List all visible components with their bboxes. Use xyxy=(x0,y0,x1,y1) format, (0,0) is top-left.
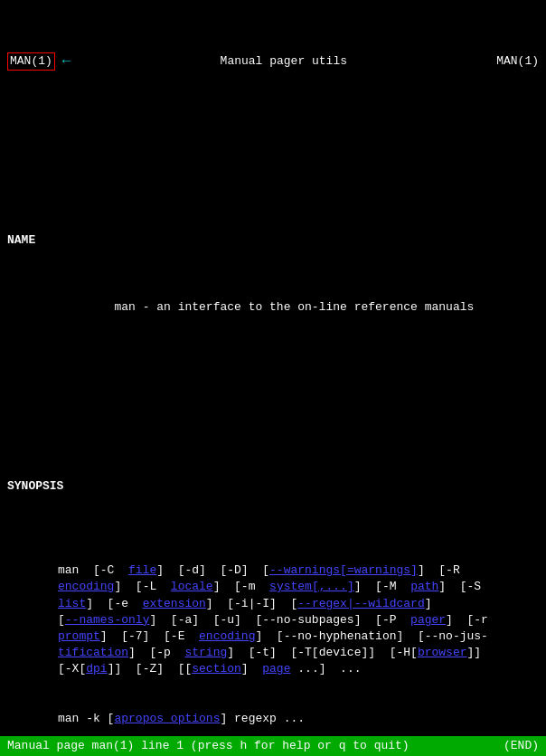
name-header: NAME xyxy=(7,232,539,249)
main-content: MAN(1) ← Manual pager utils MAN(1) NAME … xyxy=(0,0,546,756)
header-center-title: Manual pager utils xyxy=(71,53,496,70)
link-tification[interactable]: tification xyxy=(58,646,128,659)
link-section-1[interactable]: section xyxy=(192,662,241,676)
link-pager-1[interactable]: pager xyxy=(410,613,446,627)
link-dpi-1[interactable]: dpi xyxy=(86,662,107,676)
name-text: man - an interface to the on-line refere… xyxy=(114,300,474,314)
link-file-1[interactable]: file xyxy=(128,563,156,577)
synopsis-section: SYNOPSIS man [-C file] [-d] [-D] [--warn… xyxy=(7,439,539,756)
header-line: MAN(1) ← Manual pager utils MAN(1) xyxy=(0,50,546,73)
name-content: man - an interface to the on-line refere… xyxy=(58,283,539,333)
link-regex-wildcard[interactable]: --regex|--wildcard xyxy=(297,597,424,610)
man-title-right: MAN(1) xyxy=(496,53,539,70)
man-title-left: MAN(1) xyxy=(7,52,55,71)
status-right-text: (END) xyxy=(504,738,539,754)
link-prompt-1[interactable]: prompt xyxy=(58,629,100,643)
link-warnings[interactable]: --warnings[=warnings] xyxy=(269,563,418,577)
link-browser-1[interactable]: browser xyxy=(418,646,467,659)
status-left-text: Manual page man(1) line 1 (press h for h… xyxy=(7,738,410,754)
arrow-icon: ← xyxy=(62,52,71,71)
synopsis-header: SYNOPSIS xyxy=(7,478,539,495)
content-area: NAME man - an interface to the on-line r… xyxy=(0,123,546,756)
link-locale-1[interactable]: locale xyxy=(171,580,213,593)
link-encoding-1[interactable]: encoding xyxy=(58,580,114,593)
link-names-only[interactable]: --names-only xyxy=(65,613,150,627)
link-page-1[interactable]: page xyxy=(262,662,290,676)
link-apropos-options[interactable]: apropos options xyxy=(114,712,220,725)
status-bar: Manual page man(1) line 1 (press h for h… xyxy=(0,736,546,756)
synopsis-line-1: man [-C file] [-d] [-D] [--warnings[=war… xyxy=(58,562,539,677)
link-encoding-2[interactable]: encoding xyxy=(199,629,255,643)
link-string-1[interactable]: string xyxy=(184,646,227,659)
synopsis-content: man [-C file] [-d] [-D] [--warnings[=war… xyxy=(58,530,539,756)
link-path[interactable]: path xyxy=(410,580,438,593)
link-system[interactable]: system[,...] xyxy=(269,580,354,593)
name-section: NAME man - an interface to the on-line r… xyxy=(7,192,539,365)
link-extension[interactable]: extension xyxy=(143,597,206,610)
link-list-1[interactable]: list xyxy=(58,597,86,610)
synopsis-line-2: man -k [apropos options] regexp ... xyxy=(58,711,539,727)
